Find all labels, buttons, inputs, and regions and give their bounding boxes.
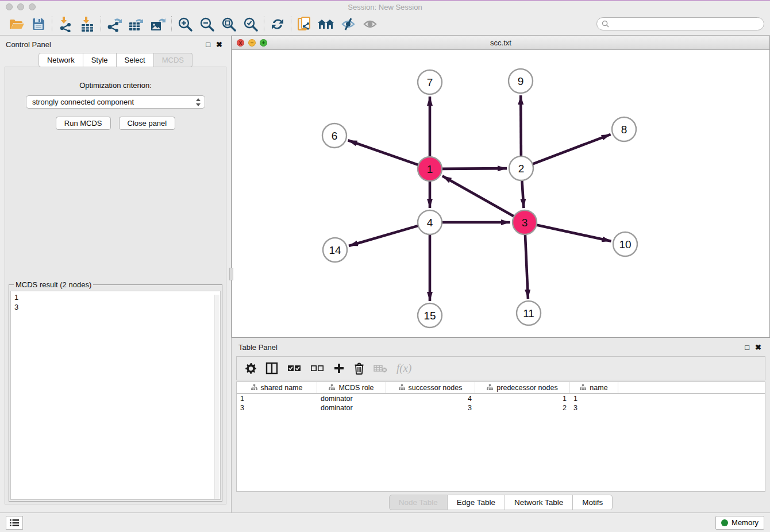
graph-edge-2-9[interactable] (521, 95, 521, 156)
zoom-out-button[interactable] (196, 15, 218, 33)
tab-network[interactable]: Network (38, 53, 83, 67)
zoom-in-icon (178, 17, 192, 32)
graph-node-4[interactable]: 4 (418, 210, 442, 234)
close-panel-button[interactable]: Close panel (119, 117, 176, 130)
search-input[interactable] (612, 20, 759, 28)
table-cell[interactable]: dominator (317, 404, 386, 412)
macos-traffic-lights[interactable] (6, 3, 36, 10)
graph-node-8[interactable]: 8 (612, 117, 636, 141)
task-history-button[interactable] (6, 516, 23, 530)
float-panel-icon[interactable]: □ (203, 41, 213, 48)
tab-mcds[interactable]: MCDS (154, 53, 192, 67)
column-header-shared-name[interactable]: shared name (237, 382, 317, 393)
save-session-button[interactable] (28, 15, 49, 33)
search-box[interactable] (596, 17, 764, 30)
mcds-result-list[interactable]: 13 (10, 291, 221, 500)
hierarchy-icon (251, 384, 257, 391)
graph-edge-3-10[interactable] (537, 225, 611, 241)
node-table[interactable]: shared nameMCDS rolesuccessor nodesprede… (236, 381, 765, 492)
delete-table-icon[interactable] (374, 360, 387, 377)
graph-node-1[interactable]: 1 (418, 157, 442, 181)
float-panel-icon[interactable]: □ (742, 344, 752, 351)
close-view-icon[interactable]: x (237, 39, 244, 47)
graph-edge-2-8[interactable] (533, 134, 611, 164)
tab-node-table[interactable]: Node Table (389, 495, 448, 510)
zoom-in-button[interactable] (174, 15, 196, 33)
add-column-icon[interactable] (333, 360, 345, 377)
table-cell[interactable]: 2 (475, 404, 570, 412)
result-scrollbar[interactable] (214, 295, 220, 499)
export-network-button[interactable] (103, 15, 125, 33)
maximize-window-icon[interactable] (29, 3, 36, 10)
select-all-icon[interactable] (287, 360, 301, 377)
table-cell[interactable]: 4 (386, 395, 475, 403)
gear-icon[interactable] (245, 360, 256, 377)
clone-network-button[interactable] (294, 15, 315, 33)
function-builder-icon[interactable]: f(x) (396, 360, 411, 377)
close-panel-icon[interactable]: ✖ (213, 41, 225, 48)
graph-edge-4-14[interactable] (349, 226, 418, 246)
column-header-successor-nodes[interactable]: successor nodes (386, 382, 475, 393)
memory-button[interactable]: Memory (715, 516, 764, 530)
graph-node-3[interactable]: 3 (513, 210, 537, 234)
graph-edge-2-3[interactable] (522, 180, 523, 208)
minimize-view-icon[interactable]: – (248, 39, 256, 47)
close-window-icon[interactable] (6, 3, 13, 10)
graph-edge-3-11[interactable] (525, 234, 528, 299)
import-table-icon (80, 16, 95, 32)
table-cell[interactable]: 3 (237, 404, 317, 412)
graph-edge-1-2[interactable] (442, 168, 507, 169)
first-neighbors-button[interactable] (315, 15, 337, 33)
import-table-button[interactable] (76, 15, 98, 33)
optimization-criterion-select[interactable]: strongly connected component (26, 95, 205, 109)
graph-edge-1-6[interactable] (348, 140, 419, 165)
graph-node-15[interactable]: 15 (418, 303, 442, 327)
table-row[interactable]: 1dominator411 (237, 394, 765, 403)
split-view-icon[interactable] (265, 360, 278, 377)
table-cell[interactable]: 3 (386, 404, 475, 412)
import-network-button[interactable] (55, 15, 76, 33)
network-window-titlebar[interactable]: x – + scc.txt (232, 36, 769, 50)
column-header-MCDS-role[interactable]: MCDS role (317, 382, 386, 393)
tab-select[interactable]: Select (117, 53, 154, 67)
tab-motifs[interactable]: Motifs (573, 495, 613, 510)
table-cell[interactable]: dominator (317, 395, 386, 403)
graph-node-9[interactable]: 9 (509, 69, 533, 93)
export-table-button[interactable] (125, 15, 147, 33)
show-all-button[interactable] (359, 15, 381, 33)
minimize-window-icon[interactable] (17, 3, 24, 10)
deselect-all-icon[interactable] (310, 360, 324, 377)
maximize-view-icon[interactable]: + (260, 39, 267, 47)
table-row[interactable]: 3dominator323 (237, 403, 765, 413)
graph-edge-3-1[interactable] (442, 176, 514, 216)
graph-node-10[interactable]: 10 (613, 232, 637, 256)
close-panel-icon[interactable]: ✖ (752, 344, 764, 351)
tab-network-table[interactable]: Network Table (505, 495, 573, 510)
panel-splitter-handle[interactable] (229, 268, 233, 280)
tab-style[interactable]: Style (83, 53, 117, 67)
export-image-button[interactable] (147, 15, 169, 33)
table-cell[interactable]: 1 (237, 395, 317, 403)
column-header-name[interactable]: name (570, 382, 618, 393)
tab-edge-table[interactable]: Edge Table (448, 495, 505, 510)
network-canvas[interactable]: 7968124314101511 (232, 50, 769, 337)
graph-node-2[interactable]: 2 (509, 156, 533, 180)
table-cell[interactable]: 1 (570, 395, 618, 403)
node-label: 1 (427, 163, 433, 175)
delete-column-icon[interactable] (354, 360, 364, 377)
zoom-fit-button[interactable] (218, 15, 240, 33)
open-session-button[interactable] (6, 15, 28, 33)
table-cell[interactable]: 3 (570, 404, 618, 412)
table-toolbar: f(x) (236, 356, 765, 380)
run-mcds-button[interactable]: Run MCDS (56, 117, 111, 130)
refresh-layout-button[interactable] (267, 15, 288, 33)
graph-node-7[interactable]: 7 (418, 70, 442, 94)
graph-node-14[interactable]: 14 (323, 238, 347, 262)
graph-node-11[interactable]: 11 (517, 301, 541, 325)
zoom-selected-button[interactable] (240, 15, 261, 33)
hide-selected-button[interactable] (337, 15, 359, 33)
node-label: 7 (427, 76, 433, 88)
column-header-predecessor-nodes[interactable]: predecessor nodes (475, 382, 570, 393)
graph-node-6[interactable]: 6 (322, 124, 346, 148)
table-cell[interactable]: 1 (475, 395, 570, 403)
